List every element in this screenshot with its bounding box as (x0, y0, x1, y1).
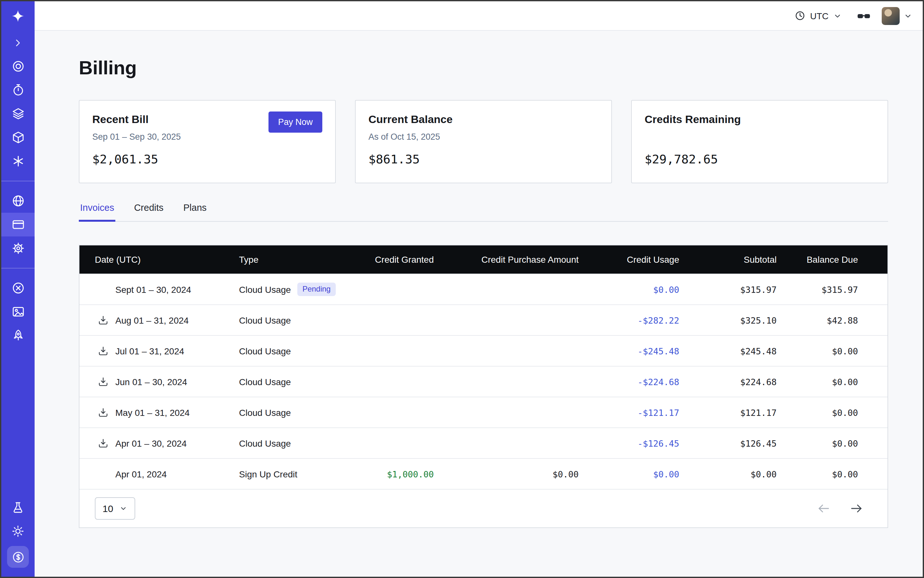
rocket-icon (11, 329, 25, 342)
globe-icon (11, 194, 25, 208)
download-slot (97, 407, 115, 418)
credit-usage-value: -$282.22 (595, 315, 695, 325)
tab-invoices[interactable]: Invoices (79, 203, 115, 222)
chevron-right-icon (12, 37, 24, 49)
column-header-credit-purchase: Credit Purchase Amount (448, 254, 595, 265)
invoice-date-cell: Apr 01, 2024 (80, 469, 227, 479)
account-menu[interactable] (882, 7, 913, 25)
sidebar-item-globe[interactable] (1, 189, 35, 213)
app-window: UTC Billing Recent Bill Sep 01 – Sep 30,… (0, 0, 924, 578)
timezone-picker[interactable]: UTC (794, 10, 842, 21)
subtotal-value: $126.45 (695, 438, 784, 448)
invoice-date-cell: Apr 01 – 30, 2024 (80, 437, 227, 449)
invoice-type-cell: Cloud Usage (227, 315, 352, 325)
summary-cards: Recent Bill Sep 01 – Sep 30, 2025 $2,061… (79, 100, 888, 183)
invoice-type-cell: Cloud Usage (227, 346, 352, 356)
invoice-date: Apr 01 – 30, 2024 (115, 438, 187, 448)
invoice-type-cell: Cloud Usage (227, 438, 352, 448)
download-icon (97, 376, 109, 387)
invoice-date: Jul 01 – 31, 2024 (115, 346, 184, 356)
sidebar-item-images[interactable] (1, 300, 35, 324)
sidebar-item-labs[interactable] (1, 495, 35, 519)
invoice-row: May 01 – 31, 2024 Cloud Usage -$121.17 $… (80, 397, 887, 427)
pagination-next-button[interactable] (850, 502, 863, 515)
card-subtitle: As of Oct 15, 2025 (369, 132, 599, 142)
column-header-subtotal: Subtotal (695, 254, 784, 265)
invoice-row: Sept 01 – 30, 2024 Cloud Usage Pending $… (80, 274, 887, 304)
table-header: Date (UTC) Type Credit Granted Credit Pu… (80, 245, 887, 274)
column-header-credit-granted: Credit Granted (352, 254, 448, 265)
view-mode-button[interactable] (856, 8, 872, 23)
arrow-right-icon (850, 502, 863, 515)
balance-due-value: $0.00 (784, 407, 887, 417)
invoice-row: Apr 01 – 30, 2024 Cloud Usage -$126.45 $… (80, 427, 887, 458)
invoice-date: Jun 01 – 30, 2024 (115, 377, 187, 387)
table-footer: 10 (80, 489, 887, 528)
theme-toggle[interactable] (1, 519, 35, 543)
download-invoice-button[interactable] (97, 437, 109, 449)
invoice-row: Apr 01, 2024 Sign Up Credit $1,000.00 $0… (80, 458, 887, 489)
invoice-type-cell: Cloud Usage Pending (227, 283, 352, 296)
sidebar-item-asterisk[interactable] (1, 149, 35, 173)
invoice-type: Cloud Usage (239, 346, 291, 356)
arrow-left-icon (817, 502, 830, 515)
invoice-date: Aug 01 – 31, 2024 (115, 315, 189, 325)
invoice-date: May 01 – 31, 2024 (115, 407, 190, 417)
invoice-type: Cloud Usage (239, 377, 291, 387)
balance-due-value: $0.00 (784, 438, 887, 448)
pagination-prev-button[interactable] (817, 502, 830, 515)
subtotal-value: $121.17 (695, 407, 784, 417)
subtotal-value: $325.10 (695, 315, 784, 325)
tab-plans[interactable]: Plans (182, 203, 208, 222)
credit-usage-value: $0.00 (595, 469, 695, 479)
download-invoice-button[interactable] (97, 376, 109, 387)
invoice-type: Cloud Usage (239, 438, 291, 448)
sidebar-item-billing[interactable] (1, 213, 35, 237)
credit-usage-value: -$224.68 (595, 377, 695, 387)
download-slot (97, 376, 115, 387)
gear-icon (11, 242, 25, 255)
subtotal-value: $245.48 (695, 346, 784, 356)
download-invoice-button[interactable] (97, 407, 109, 418)
sidebar (1, 1, 35, 577)
page-title: Billing (79, 57, 923, 80)
invoice-row: Aug 01 – 31, 2024 Cloud Usage -$282.22 $… (80, 304, 887, 335)
sidebar-item-settings[interactable] (1, 237, 35, 260)
target-icon (11, 60, 25, 73)
invoice-type: Cloud Usage (239, 315, 291, 325)
earn-credits-button[interactable] (7, 546, 29, 568)
invoice-type: Cloud Usage (239, 284, 291, 294)
sidebar-expand-button[interactable] (1, 31, 35, 54)
sidebar-item-cube[interactable] (1, 126, 35, 149)
billing-page: Billing Recent Bill Sep 01 – Sep 30, 202… (35, 31, 923, 577)
download-invoice-button[interactable] (97, 314, 109, 326)
billing-tabs: Invoices Credits Plans (79, 203, 888, 222)
user-avatar (882, 7, 900, 25)
credit-card-icon (11, 218, 25, 231)
sidebar-item-layers[interactable] (1, 102, 35, 126)
download-icon (97, 345, 109, 357)
invoice-date-cell: Aug 01 – 31, 2024 (80, 314, 227, 326)
credit-granted-value: $1,000.00 (352, 469, 448, 479)
tab-credits[interactable]: Credits (133, 203, 165, 222)
credit-usage-value: $0.00 (595, 284, 695, 294)
column-header-date: Date (UTC) (80, 254, 227, 265)
sidebar-item-clusters[interactable] (1, 276, 35, 300)
cube-icon (11, 131, 25, 144)
page-size-value: 10 (102, 503, 113, 514)
sidebar-item-target[interactable] (1, 54, 35, 78)
page-size-select[interactable]: 10 (95, 497, 135, 520)
pay-now-button[interactable]: Pay Now (268, 112, 322, 133)
column-header-balance-due: Balance Due (784, 254, 887, 265)
invoice-type-cell: Cloud Usage (227, 377, 352, 387)
card-title: Credits Remaining (645, 113, 875, 127)
chevron-down-icon (903, 11, 913, 20)
invoice-date-cell: Jun 01 – 30, 2024 (80, 376, 227, 387)
sidebar-item-timer[interactable] (1, 78, 35, 102)
credit-usage-value: -$121.17 (595, 407, 695, 417)
sidebar-logo[interactable] (1, 1, 35, 31)
download-icon (97, 314, 109, 326)
column-header-credit-usage: Credit Usage (595, 254, 695, 265)
download-invoice-button[interactable] (97, 345, 109, 357)
sidebar-item-deployments[interactable] (1, 324, 35, 347)
